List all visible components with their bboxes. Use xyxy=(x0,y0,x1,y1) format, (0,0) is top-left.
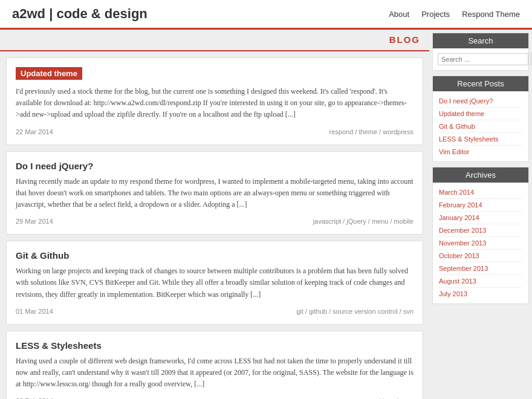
post-title: Git & Github xyxy=(16,250,414,261)
list-item: February 2014 xyxy=(439,199,522,212)
search-form: Search xyxy=(433,48,528,70)
blog-label-bar: BLOG xyxy=(0,30,429,51)
post-footer: 22 Mar 2014 respond / theme / wordpress xyxy=(16,128,414,135)
list-item: LESS & Stylesheets xyxy=(439,133,522,146)
post-tags: respond / theme / wordpress xyxy=(329,128,414,135)
post-date: 01 Mar 2014 xyxy=(16,308,53,315)
post-footer: 29 Mar 2014 javascript / jQuery / menu /… xyxy=(16,218,414,225)
search-widget: Search Search xyxy=(432,33,529,71)
post-title: Do I need jQuery? xyxy=(16,161,414,171)
post-tags: javascript / jQuery / menu / mobile xyxy=(313,218,414,225)
list-item: March 2014 xyxy=(439,186,522,199)
list-item: September 2013 xyxy=(439,262,522,275)
site-title: a2wd | code & design xyxy=(12,6,148,22)
post-less-stylesheets: LESS & Stylesheets Having used a couple … xyxy=(6,331,423,399)
post-updated-theme: Updated theme I'd previously used a stoc… xyxy=(6,57,423,145)
blog-label-text: BLOG xyxy=(389,34,420,45)
list-item: Do I need jQuery? xyxy=(439,95,522,108)
content-wrapper: BLOG Updated theme I'd previously used a… xyxy=(0,30,532,399)
list-item: November 2013 xyxy=(439,237,522,250)
site-header: a2wd | code & design About Projects Resp… xyxy=(0,0,532,30)
list-item: Updated theme xyxy=(439,108,522,120)
sidebar: Search Search Recent Posts Do I need jQu… xyxy=(429,30,532,399)
list-item: August 2013 xyxy=(439,275,522,288)
nav-about[interactable]: About xyxy=(389,10,409,19)
archives-title: Archives xyxy=(433,167,528,183)
main-content: BLOG Updated theme I'd previously used a… xyxy=(0,30,429,399)
post-excerpt: Working on large projects and keeping tr… xyxy=(16,265,414,300)
post-footer: 01 Mar 2014 git / github / source versio… xyxy=(16,308,414,315)
search-widget-title: Search xyxy=(433,33,528,48)
post-excerpt: Having recently made an update to my res… xyxy=(16,176,414,211)
post-title-badge[interactable]: Updated theme xyxy=(16,67,82,80)
list-item: October 2013 xyxy=(439,250,522,262)
list-item: Git & Github xyxy=(439,120,522,133)
post-jquery: Do I need jQuery? Having recently made a… xyxy=(6,151,423,235)
list-item: Vim Editor xyxy=(439,146,522,158)
post-title-link[interactable]: Git & Github xyxy=(16,250,69,261)
post-title-link[interactable]: Do I need jQuery? xyxy=(16,161,93,171)
post-date: 22 Mar 2014 xyxy=(16,128,53,135)
post-date: 29 Mar 2014 xyxy=(16,218,53,225)
post-excerpt: I'd previously used a stock theme for th… xyxy=(16,86,414,121)
post-title-link[interactable]: LESS & Stylesheets xyxy=(16,340,102,351)
list-item: January 2014 xyxy=(439,212,522,224)
nav-projects[interactable]: Projects xyxy=(421,10,450,19)
post-excerpt: Having used a couple of different web de… xyxy=(16,355,414,391)
post-title: LESS & Stylesheets xyxy=(16,340,414,351)
archives-widget: Archives March 2014 February 2014 Januar… xyxy=(432,167,529,304)
recent-posts-widget: Recent Posts Do I need jQuery? Updated t… xyxy=(432,76,529,162)
search-input[interactable] xyxy=(438,53,528,65)
nav-respond-theme[interactable]: Respond Theme xyxy=(462,10,520,19)
main-nav: About Projects Respond Theme xyxy=(389,10,520,19)
post-tags: git / github / source version control / … xyxy=(296,308,414,315)
archives-list: March 2014 February 2014 January 2014 De… xyxy=(433,183,528,303)
list-item: December 2013 xyxy=(439,224,522,237)
post-git-github: Git & Github Working on large projects a… xyxy=(6,241,423,325)
list-item: July 2013 xyxy=(439,288,522,300)
recent-posts-title: Recent Posts xyxy=(433,76,528,91)
recent-posts-list: Do I need jQuery? Updated theme Git & Gi… xyxy=(433,91,528,161)
